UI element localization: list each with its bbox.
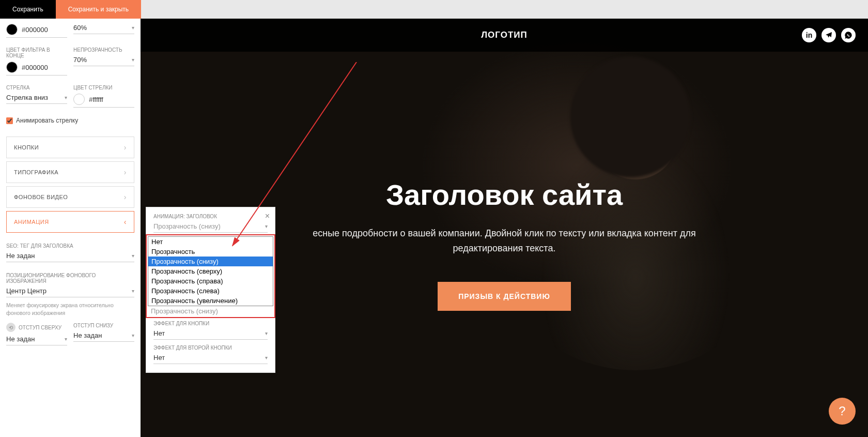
help-button[interactable]: ? bbox=[829, 398, 856, 425]
settings-sidebar: #000000 60%▾ ЦВЕТ ФИЛЬТРА В КОНЦЕ #00000… bbox=[0, 19, 141, 437]
panel-label: ТИПОГРАФИКА bbox=[14, 169, 58, 175]
panel-label: КНОПКИ bbox=[14, 144, 39, 150]
link-icon: ⟲ bbox=[6, 323, 16, 332]
arrow-label: СТРЕЛКА bbox=[6, 85, 67, 91]
padding-top-label: ⟲ОТСТУП СВЕРХУ bbox=[6, 323, 67, 332]
padding-top-field[interactable]: Не задан▾ bbox=[6, 335, 67, 345]
hero-navbar: ЛОГОТИП in bbox=[141, 19, 868, 52]
whatsapp-icon[interactable] bbox=[841, 28, 856, 42]
panel-buttons[interactable]: КНОПКИ› bbox=[6, 137, 134, 158]
filter-end-label: ЦВЕТ ФИЛЬТРА В КОНЦЕ bbox=[6, 47, 67, 58]
dropdown-option[interactable]: Прозрачность (слева) bbox=[148, 286, 273, 296]
checkbox-input[interactable] bbox=[6, 117, 13, 124]
arrow-color-field[interactable]: #ffffff bbox=[73, 94, 134, 108]
dropdown-option-selected[interactable]: Прозрачность (снизу) bbox=[148, 257, 273, 266]
chevron-down-icon: ▾ bbox=[132, 288, 134, 294]
panel-label: АНИМАЦИЯ bbox=[14, 219, 49, 225]
animation-dropdown-highlight: Нет Прозрачность Прозрачность (снизу) Пр… bbox=[146, 234, 275, 318]
filter-start-color-field[interactable]: #000000 bbox=[6, 24, 67, 38]
hero-title[interactable]: Заголовок сайта bbox=[386, 178, 623, 212]
panel-label: ФОНОВОЕ ВИДЕО bbox=[14, 194, 68, 200]
hero-subtitle[interactable]: есные подробности о вашей компании. Двой… bbox=[292, 226, 716, 256]
opacity-value: 70% bbox=[73, 56, 87, 64]
color-hex: #ffffff bbox=[89, 96, 103, 103]
opacity-end-label: НЕПРОЗРАЧНОСТЬ bbox=[73, 47, 134, 53]
chevron-left-icon: ‹ bbox=[124, 218, 127, 226]
chevron-down-icon: ▾ bbox=[132, 333, 134, 338]
arrow-value: Стрелка вниз bbox=[6, 94, 48, 101]
select-value: Прозрачность (снизу) bbox=[153, 222, 221, 230]
chevron-down-icon: ▾ bbox=[65, 336, 67, 342]
close-icon[interactable]: × bbox=[265, 212, 270, 221]
chevron-down-icon: ▾ bbox=[265, 223, 268, 229]
telegram-icon[interactable] bbox=[822, 28, 836, 42]
popup-button-effect-label: ЭФФЕКТ ДЛЯ КНОПКИ bbox=[153, 321, 268, 326]
arrow-color-label: ЦВЕТ СТРЕЛКИ bbox=[73, 85, 134, 91]
panel-typography[interactable]: ТИПОГРАФИКА› bbox=[6, 161, 134, 183]
dropdown-option[interactable]: Нет bbox=[148, 237, 273, 247]
checkbox-label: Анимировать стрелку bbox=[16, 117, 78, 124]
chevron-down-icon: ▾ bbox=[132, 57, 134, 63]
bg-position-hint: Меняет фокусировку экрана относительно ф… bbox=[6, 302, 134, 317]
color-hex: #000000 bbox=[22, 64, 48, 71]
seo-tag-field[interactable]: Не задан▾ bbox=[6, 252, 134, 262]
save-close-button[interactable]: Сохранить и закрыть bbox=[56, 0, 141, 19]
popup-button2-effect-label: ЭФФЕКТ ДЛЯ ВТОРОЙ КНОПКИ bbox=[153, 345, 268, 351]
seo-value: Не задан bbox=[6, 252, 35, 260]
bg-position-value: Центр Центр bbox=[6, 287, 47, 295]
animate-arrow-checkbox[interactable]: Анимировать стрелку bbox=[6, 117, 134, 124]
main-layout: #000000 60%▾ ЦВЕТ ФИЛЬТРА В КОНЦЕ #00000… bbox=[0, 19, 868, 437]
filter-end-color-field[interactable]: #000000 bbox=[6, 62, 67, 76]
dropdown-option[interactable]: Прозрачность bbox=[148, 247, 273, 257]
save-button[interactable]: Сохранить bbox=[0, 0, 56, 19]
popup-heading-label: АНИМАЦИЯ: ЗАГОЛОВОК bbox=[153, 214, 268, 219]
dropdown-option[interactable]: Прозрачность (увеличение) bbox=[148, 296, 273, 306]
color-swatch-icon bbox=[6, 62, 18, 73]
opacity-value: 60% bbox=[73, 24, 87, 32]
animation-dropdown-list: Нет Прозрачность Прозрачность (снизу) Пр… bbox=[148, 236, 273, 306]
panel-bg-video[interactable]: ФОНОВОЕ ВИДЕО› bbox=[6, 186, 134, 208]
bg-position-label: ПОЗИЦИОНИРОВАНИЕ ФОНОВОГО ИЗОБРАЖЕНИЯ bbox=[6, 273, 134, 284]
color-swatch-icon bbox=[6, 24, 18, 35]
button-effect-select[interactable]: Нет▾ bbox=[153, 329, 268, 340]
bg-position-field[interactable]: Центр Центр▾ bbox=[6, 287, 134, 297]
dropdown-hidden-text: Прозрачность (снизу) bbox=[148, 306, 273, 316]
cta-button[interactable]: ПРИЗЫВ К ДЕЙСТВИЮ bbox=[438, 282, 571, 311]
opacity-end-field[interactable]: 70%▾ bbox=[73, 56, 134, 66]
social-icons: in bbox=[802, 28, 856, 42]
chevron-down-icon: ▾ bbox=[265, 355, 268, 360]
chevron-right-icon: › bbox=[124, 143, 127, 152]
chevron-right-icon: › bbox=[124, 193, 127, 201]
opacity-start-field[interactable]: 60%▾ bbox=[73, 24, 134, 34]
color-swatch-icon bbox=[73, 94, 85, 105]
logo-text[interactable]: ЛОГОТИП bbox=[481, 30, 528, 40]
linkedin-icon[interactable]: in bbox=[802, 28, 816, 42]
padding-value: Не задан bbox=[6, 335, 35, 343]
chevron-down-icon: ▾ bbox=[265, 330, 268, 336]
seo-tag-label: SEO: ТЕГ ДЛЯ ЗАГОЛОВКА bbox=[6, 243, 134, 249]
top-bar: Сохранить Сохранить и закрыть bbox=[0, 0, 868, 19]
padding-bottom-label: ОТСТУП СНИЗУ bbox=[73, 323, 134, 328]
dropdown-option[interactable]: Прозрачность (справа) bbox=[148, 276, 273, 286]
padding-bottom-field[interactable]: Не задан▾ bbox=[73, 331, 134, 342]
padding-value: Не задан bbox=[73, 331, 102, 339]
panel-animation[interactable]: АНИМАЦИЯ‹ bbox=[6, 211, 134, 233]
heading-animation-select[interactable]: Прозрачность (снизу)▾ bbox=[153, 222, 268, 233]
chevron-down-icon: ▾ bbox=[65, 95, 67, 100]
dropdown-option[interactable]: Прозрачность (сверху) bbox=[148, 266, 273, 276]
chevron-right-icon: › bbox=[124, 168, 127, 176]
color-hex: #000000 bbox=[22, 26, 48, 34]
chevron-down-icon: ▾ bbox=[132, 25, 134, 31]
arrow-type-field[interactable]: Стрелка вниз▾ bbox=[6, 94, 67, 104]
button2-effect-select[interactable]: Нет▾ bbox=[153, 354, 268, 364]
select-value: Нет bbox=[153, 329, 165, 337]
select-value: Нет bbox=[153, 354, 165, 361]
chevron-down-icon: ▾ bbox=[132, 253, 134, 259]
